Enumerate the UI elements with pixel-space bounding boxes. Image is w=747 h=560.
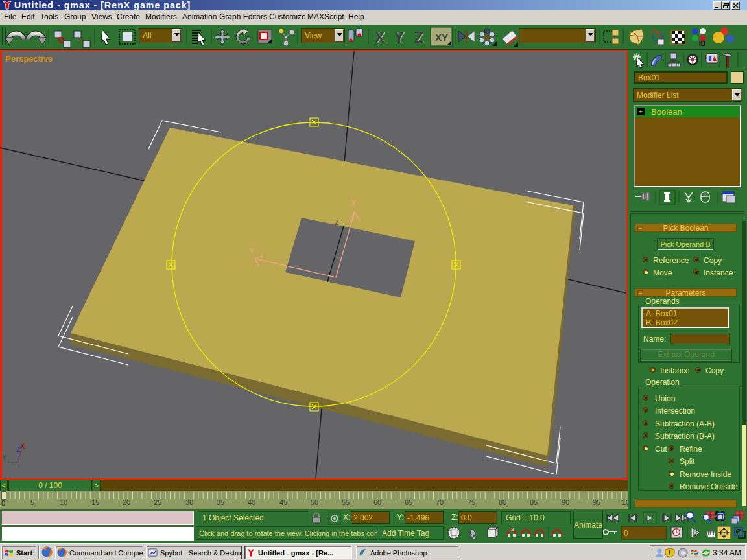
svg-text:!: ! <box>669 550 670 557</box>
svg-text:3: 3 <box>511 526 514 532</box>
svg-text:0: 0 <box>624 529 628 538</box>
svg-text:X: X <box>375 29 385 46</box>
svg-text:X: X <box>351 199 356 208</box>
svg-text:Y: Y <box>394 29 404 46</box>
svg-text:Z: Z <box>414 29 423 46</box>
svg-text:Y: Y <box>2 454 7 461</box>
svg-text:Y: Y <box>249 247 254 256</box>
svg-text:ID: ID <box>699 40 706 47</box>
svg-text:XY: XY <box>435 32 448 43</box>
svg-text:Perspective: Perspective <box>5 54 53 64</box>
svg-text:Z: Z <box>335 218 339 226</box>
svg-text:X: X <box>20 442 25 450</box>
